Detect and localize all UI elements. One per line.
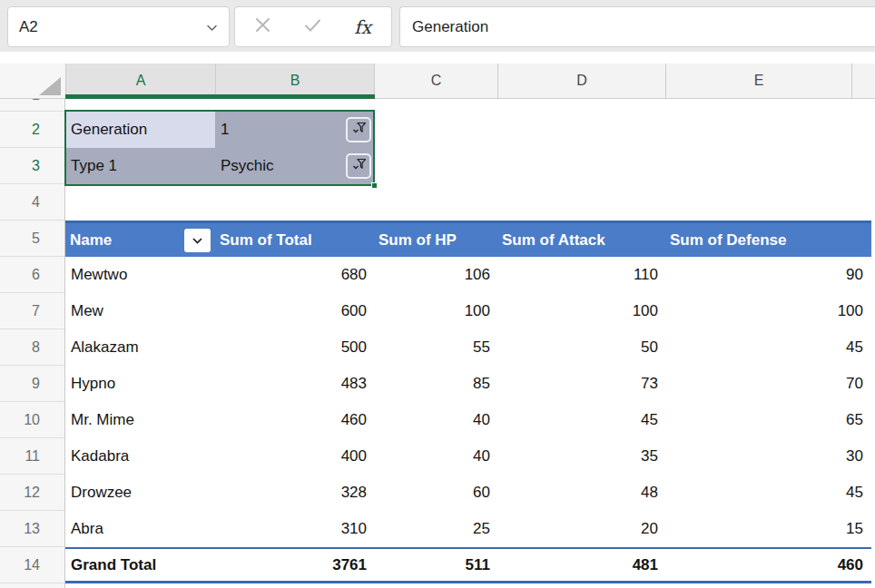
row-1-sliver [65, 99, 875, 112]
cell-E2[interactable] [665, 112, 868, 148]
formula-bar-value: Generation [412, 18, 488, 36]
cell-attack[interactable]: 48 [497, 475, 665, 511]
row-header-3[interactable]: 3 [0, 148, 64, 184]
cell-D3[interactable] [497, 148, 665, 184]
row-header-8[interactable]: 8 [0, 329, 64, 366]
cell-B3[interactable]: Psychic [215, 148, 374, 184]
row-header-1[interactable]: 1 [0, 99, 64, 112]
cell-defense[interactable]: 30 [665, 438, 868, 475]
cell-attack[interactable]: 110 [497, 257, 665, 293]
cell-hp[interactable]: 40 [374, 438, 497, 475]
select-all-corner[interactable] [0, 64, 65, 98]
cell-hp[interactable]: 40 [374, 402, 497, 438]
cell-attack[interactable]: 35 [497, 438, 665, 475]
cell-hp[interactable]: 100 [374, 293, 497, 329]
cell-A3[interactable]: Type 1 [65, 148, 215, 184]
pivot-header-sum-of-total[interactable]: Sum of Total [215, 223, 374, 257]
row-header-14[interactable]: 14 [0, 547, 64, 583]
column-header-A[interactable]: A [65, 64, 215, 98]
cell-total[interactable]: 680 [215, 257, 374, 293]
cell-hp[interactable]: 60 [374, 475, 497, 511]
type1-filter-button[interactable] [346, 153, 371, 179]
pivot-header-sum-of-defense[interactable]: Sum of Defense [665, 223, 864, 257]
cell-attack[interactable]: 20 [497, 511, 665, 547]
grand-total-defense[interactable]: 460 [665, 549, 868, 581]
cell-C3[interactable] [374, 148, 497, 184]
cell-attack[interactable]: 73 [497, 366, 665, 402]
grand-total-hp[interactable]: 511 [374, 549, 497, 581]
row-header-7[interactable]: 7 [0, 293, 64, 329]
cell-name[interactable]: Hypno [65, 366, 215, 402]
cancel-icon[interactable] [255, 17, 270, 36]
row-header-9[interactable]: 9 [0, 366, 64, 402]
cell-name[interactable]: Drowzee [65, 475, 215, 511]
row-header-2[interactable]: 2 [0, 112, 64, 148]
row-header-11[interactable]: 11 [0, 438, 64, 475]
cell-defense[interactable]: 15 [665, 511, 868, 547]
cell-defense[interactable]: 45 [665, 329, 868, 366]
cell-total[interactable]: 460 [215, 402, 374, 438]
column-header-B[interactable]: B [215, 64, 374, 98]
generation-filter-button[interactable] [346, 117, 371, 142]
cell-E3[interactable] [665, 148, 868, 184]
pivot-header-sum-of-attack[interactable]: Sum of Attack [497, 223, 665, 257]
formula-toolbar: A2 fx Generation [0, 0, 875, 52]
chevron-down-icon [192, 234, 203, 248]
cell-total[interactable]: 600 [215, 293, 374, 329]
column-header-D[interactable]: D [497, 64, 665, 98]
formula-bar[interactable]: Generation [399, 6, 875, 47]
filter-row-type1: Type 1 Psychic [65, 148, 875, 184]
cell-name[interactable]: Mew [65, 293, 215, 329]
cell-defense[interactable]: 70 [665, 366, 868, 402]
cell-name[interactable]: Alakazam [65, 329, 215, 366]
chevron-down-icon[interactable] [206, 18, 218, 36]
cell-D2[interactable] [497, 112, 665, 148]
cell-B2[interactable]: 1 [215, 112, 374, 148]
grand-total-row: Grand Total 3761 511 481 460 [65, 547, 871, 583]
cell-C2[interactable] [374, 112, 497, 148]
confirm-check-icon[interactable] [304, 18, 321, 36]
column-header-C[interactable]: C [374, 64, 497, 98]
cell-defense[interactable]: 65 [665, 402, 868, 438]
pivot-header-sum-of-hp[interactable]: Sum of HP [374, 223, 497, 257]
pivot-header-name[interactable]: Name [65, 223, 215, 257]
cell-attack[interactable]: 50 [497, 329, 665, 366]
cell-hp[interactable]: 25 [374, 511, 497, 547]
name-box[interactable]: A2 [7, 6, 230, 47]
cell-name[interactable]: Kadabra [65, 438, 215, 475]
grand-total-label[interactable]: Grand Total [65, 549, 215, 581]
cell-defense[interactable]: 90 [665, 257, 868, 293]
cell-A2-active[interactable]: Generation [65, 112, 215, 148]
name-field-dropdown-button[interactable] [184, 229, 211, 252]
table-row: Mr. Mime 460 40 45 65 [65, 402, 875, 438]
cell-total[interactable]: 328 [215, 475, 374, 511]
grand-total-attack[interactable]: 481 [497, 549, 665, 581]
cell-hp[interactable]: 85 [374, 366, 497, 402]
cell-total[interactable]: 500 [215, 329, 374, 366]
table-row: Mewtwo 680 106 110 90 [65, 257, 875, 293]
grand-total-total[interactable]: 3761 [215, 549, 374, 581]
empty-row-4[interactable] [65, 184, 875, 220]
cell-name[interactable]: Abra [65, 511, 215, 547]
column-header-F-sliver[interactable] [851, 64, 875, 98]
cell-defense[interactable]: 100 [665, 293, 868, 329]
cell-total[interactable]: 310 [215, 511, 374, 547]
row-header-4[interactable]: 4 [0, 184, 64, 220]
column-header-E[interactable]: E [665, 64, 851, 98]
row-header-5[interactable]: 5 [0, 220, 64, 257]
cell-attack[interactable]: 100 [497, 293, 665, 329]
insert-function-icon[interactable]: fx [354, 16, 371, 38]
cell-name[interactable]: Mewtwo [65, 257, 215, 293]
cell-total[interactable]: 483 [215, 366, 374, 402]
cell-name[interactable]: Mr. Mime [65, 402, 215, 438]
table-row: Alakazam 500 55 50 45 [65, 329, 875, 366]
cell-total[interactable]: 400 [215, 438, 374, 475]
row-header-12[interactable]: 12 [0, 475, 64, 511]
row-header-10[interactable]: 10 [0, 402, 64, 438]
cell-hp[interactable]: 55 [374, 329, 497, 366]
cell-attack[interactable]: 45 [497, 402, 665, 438]
cell-defense[interactable]: 45 [665, 475, 868, 511]
cell-hp[interactable]: 106 [374, 257, 497, 293]
row-header-6[interactable]: 6 [0, 257, 64, 293]
row-header-13[interactable]: 13 [0, 511, 64, 547]
